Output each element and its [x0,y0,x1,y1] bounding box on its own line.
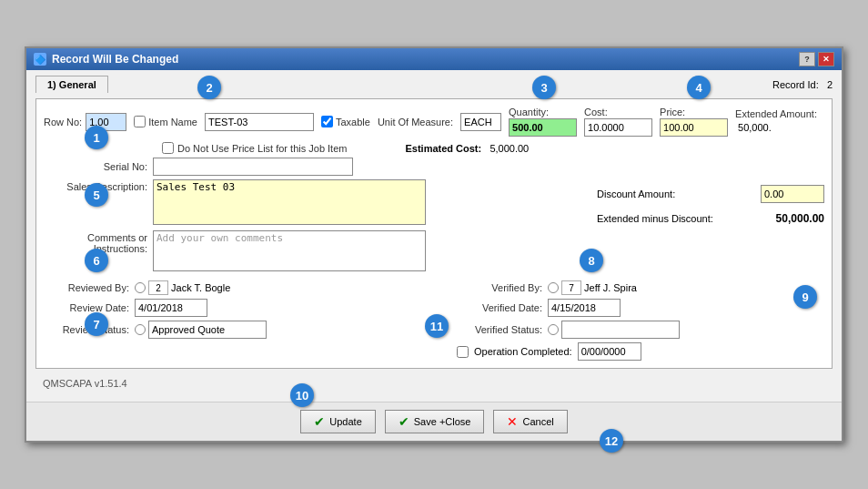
serial-no-input[interactable] [153,158,353,176]
verified-by-row: Verified By: 7 Jeff J. Spira [457,280,824,295]
estimated-cost-label: Estimated Cost: [405,143,481,154]
tab-general[interactable]: 1) General [35,76,108,93]
badge-4: 4 [687,76,711,99]
badge-3: 3 [532,76,556,99]
verified-date-row: Verified Date: [457,299,824,317]
row1: Row No: Item Name Taxable Unit Of Measur… [44,107,824,137]
title-bar-buttons: ? ✕ [799,52,834,66]
cost-input[interactable] [584,118,652,137]
record-id-label: Record Id: [772,79,819,90]
verified-by-label: Verified By: [457,282,548,293]
item-name-label: Item Name [148,117,197,127]
review-date-label: Review Date: [44,302,135,313]
badge-1: 1 [85,126,108,149]
serial-no-row: Serial No: [44,158,580,176]
taxable-checkbox[interactable] [321,116,333,127]
reviewed-by-radio[interactable] [135,282,146,293]
extended-amount-value: 50,000. [735,120,774,135]
badge-6: 6 [85,249,108,272]
discount-amount-label: Discount Amount: [597,188,675,199]
badge-2: 2 [197,76,221,99]
badge-10: 10 [290,383,314,407]
right-col: Discount Amount: Extended minus Discount… [588,158,824,225]
verified-status-label: Verified Status: [457,324,548,335]
verified-section: Verified By: 7 Jeff J. Spira Verified Da… [457,280,824,361]
title-bar: 🔷 Record Will Be Changed ? ✕ [26,48,842,70]
save-close-icon: ✔ [399,414,409,429]
ext-minus-label: Extended minus Discount: [597,213,713,224]
quantity-input[interactable] [509,118,577,137]
update-label: Update [329,416,361,427]
ext-minus-row: Extended minus Discount: 50,000.00 [597,212,824,225]
window-title: Record Will Be Changed [52,53,178,66]
verified-status-row: Verified Status: [457,321,824,339]
verified-status-radio[interactable] [548,324,559,335]
update-button[interactable]: ✔ Update [300,410,375,433]
ext-minus-value: 50,000.00 [776,212,824,225]
button-bar: ✔ Update ✔ Save +Close ✕ Cancel [26,402,842,441]
verified-date-input[interactable] [548,299,621,317]
comments-row: Comments or Instructions: Add your own c… [44,230,580,273]
save-close-label: Save +Close [414,416,471,427]
badge-11: 11 [425,314,449,338]
price-label: Price: [660,107,685,117]
comments-textarea[interactable]: Add your own comments [153,230,426,271]
reviewed-by-name: Jack T. Bogle [171,282,230,293]
record-id-value: 2 [827,79,833,90]
op-completed-date[interactable] [578,342,641,361]
cancel-label: Cancel [522,416,553,427]
taxable-label: Taxable [336,117,370,127]
discount-row: Discount Amount: [597,185,824,203]
reviewed-by-label: Reviewed By: [44,282,135,293]
quantity-label: Quantity: [509,107,549,117]
reviewed-by-row: Reviewed By: 2 Jack T. Bogle [44,280,411,295]
cost-label: Cost: [584,107,608,117]
footer-version-area: QMSCAPA v1.51.4 [35,374,833,392]
close-button[interactable]: ✕ [818,52,834,66]
uom-input[interactable] [460,113,501,131]
serial-no-label: Serial No: [44,161,153,172]
badge-5: 5 [85,183,108,207]
badge-8: 8 [580,249,603,272]
row-no-label: Row No: [44,117,82,127]
verified-by-name: Jeff J. Spira [584,282,637,293]
row2-price: Do Not Use Price List for this Job Item … [44,142,824,154]
verified-by-radio[interactable] [548,282,559,293]
version-label: QMSCAPA v1.51.4 [43,378,127,389]
badge-9: 9 [793,285,817,309]
no-price-list-checkbox[interactable] [162,142,174,154]
no-price-list-label: Do Not Use Price List for this Job Item [177,143,347,154]
item-name-checkbox[interactable] [134,116,146,127]
review-date-input[interactable] [135,299,207,317]
item-name-input[interactable] [205,113,314,131]
section-row: Serial No: Sales Description: Sales Test… [44,158,824,277]
sales-desc-row: Sales Description: Sales Test 03 [44,179,580,227]
left-col: Serial No: Sales Description: Sales Test… [44,158,580,277]
cancel-icon: ✕ [507,414,518,429]
record-id-display: Record Id: 2 [772,79,833,90]
badge-7: 7 [85,312,108,336]
review-status-input[interactable] [148,321,267,339]
verified-date-label: Verified Date: [457,302,548,313]
discount-input[interactable] [761,185,824,203]
op-completed-label: Operation Completed: [474,346,572,357]
review-status-radio[interactable] [135,324,146,335]
reviewed-by-num: 2 [148,280,168,295]
verified-by-num: 7 [561,280,581,295]
cancel-button[interactable]: ✕ Cancel [493,410,567,433]
main-window: 🔷 Record Will Be Changed ? ✕ 1) General … [25,46,843,443]
op-completed-checkbox[interactable] [457,346,469,358]
estimated-cost-value: 5,000.00 [490,143,529,154]
uom-label: Unit Of Measure: [378,117,453,127]
verified-status-input[interactable] [561,321,680,339]
sales-desc-textarea[interactable]: Sales Test 03 [153,179,426,225]
operation-completed-row: Operation Completed: [457,342,824,361]
app-icon: 🔷 [34,53,46,66]
badge-12: 12 [600,429,623,453]
update-checkmark-icon: ✔ [314,414,325,429]
extended-amount-label: Extended Amount: [735,108,817,119]
help-button[interactable]: ? [799,52,815,66]
tab-area: 1) General Record Id: 2 [35,76,833,93]
save-close-button[interactable]: ✔ Save +Close [385,410,485,433]
price-input[interactable] [660,118,728,137]
